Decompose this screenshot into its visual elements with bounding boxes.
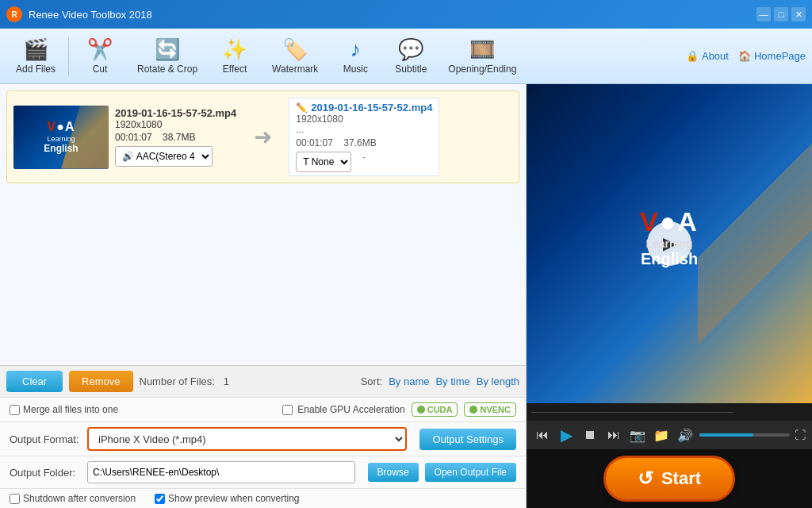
maximize-button[interactable]: □ — [774, 7, 788, 21]
cuda-dot — [417, 406, 425, 414]
output-duration: 00:01:07 — [296, 137, 333, 148]
shutdown-row: Shutdown after conversion Show preview w… — [0, 488, 526, 508]
toolbar-right: 🔒 About 🏠 HomePage — [686, 50, 806, 62]
start-button[interactable]: ↺ Start — [603, 456, 735, 502]
preview-checkbox-label[interactable]: Show preview when converting — [155, 493, 299, 504]
about-label: About — [702, 50, 729, 62]
nvenc-badge[interactable]: NVENC — [464, 402, 516, 417]
next-frame-button[interactable]: ⏭ — [604, 425, 623, 444]
shutdown-checkbox-label[interactable]: Shutdown after conversion — [10, 493, 136, 504]
toolbar-cut[interactable]: ✂️ Cut — [72, 33, 128, 79]
minimize-button[interactable]: — — [756, 7, 771, 21]
about-link[interactable]: 🔒 About — [686, 50, 729, 62]
input-duration: 00:01:07 — [115, 132, 152, 143]
timeline-bar: ──────────────────────────────────── — [527, 403, 812, 421]
start-button-area: ↺ Start — [527, 449, 812, 508]
toolbar-opening-ending-label: Opening/Ending — [448, 64, 516, 75]
sort-by-time[interactable]: By time — [435, 375, 469, 387]
file-output-info: ✏️ 2019-01-16-15-57-52.mp4 1920x1080 ···… — [289, 98, 439, 176]
prev-frame-button[interactable]: ⏮ — [533, 425, 552, 444]
merge-checkbox[interactable] — [10, 405, 20, 415]
file-count-label: Number of Files: 1 — [140, 375, 229, 387]
toolbar-subtitle[interactable]: 💬 Subtitle — [383, 33, 439, 79]
output-format-select[interactable]: iPhone X Video (*.mp4) — [87, 427, 407, 451]
add-files-icon: 🎬 — [23, 37, 48, 62]
toolbar-cut-label: Cut — [93, 64, 108, 75]
sort-by-length[interactable]: By length — [477, 375, 519, 387]
rotate-crop-icon: 🔄 — [155, 37, 180, 62]
clear-button[interactable]: Clear — [6, 371, 63, 392]
toolbar-add-files[interactable]: 🎬 Add Files — [6, 33, 65, 79]
stop-button[interactable]: ⏹ — [580, 425, 599, 444]
audio-track-select[interactable]: 🔊 AAC(Stereo 4 — [115, 146, 213, 167]
fullscreen-button[interactable]: ⛶ — [795, 429, 806, 441]
effect-icon: ✨ — [222, 37, 247, 62]
output-folder-input[interactable] — [87, 461, 355, 483]
toolbar-watermark-label: Watermark — [272, 64, 318, 75]
browse-button[interactable]: Browse — [368, 463, 419, 482]
screenshot-button[interactable]: 📷 — [628, 425, 647, 444]
cuda-badge[interactable]: CUDA — [412, 402, 458, 417]
file-thumbnail: V●A Learning English — [13, 106, 109, 169]
cut-icon: ✂️ — [87, 37, 113, 62]
file-output-controls: T None - — [296, 152, 432, 172]
toolbar-music[interactable]: ♪ Music — [327, 33, 383, 79]
app-logo: R — [6, 6, 22, 22]
window-controls: — □ ✕ — [756, 7, 806, 21]
subtitle-select[interactable]: T None — [296, 152, 351, 172]
timeline-text: ──────────────────────────────────── — [531, 408, 733, 417]
output-dash: - — [362, 152, 366, 172]
video-preview: V●A Learning English ▶ — [527, 84, 812, 403]
output-filename: 2019-01-16-15-57-52.mp4 — [311, 102, 432, 114]
app-title: Renee Video Toolbox 2018 — [29, 9, 756, 21]
subtitle-icon: 💬 — [398, 37, 423, 62]
file-input-info: 2019-01-16-15-57-52.mp4 1920x1080 00:01:… — [115, 107, 236, 167]
volume-slider[interactable] — [699, 433, 790, 437]
gpu-checkbox-label[interactable]: Enable GPU Acceleration — [282, 404, 404, 415]
start-icon: ↺ — [638, 468, 653, 490]
toolbar-subtitle-label: Subtitle — [395, 64, 427, 75]
toolbar-music-label: Music — [343, 64, 368, 75]
close-button[interactable]: ✕ — [791, 7, 806, 21]
shutdown-checkbox[interactable] — [10, 494, 20, 504]
main-content: V●A Learning English 2019-01-16-15-57-52… — [0, 84, 812, 508]
toolbar-watermark[interactable]: 🏷️ Watermark — [262, 33, 327, 79]
play-pause-button[interactable]: ▶ — [557, 425, 576, 444]
preview-checkbox[interactable] — [155, 494, 165, 504]
table-row: V●A Learning English 2019-01-16-15-57-52… — [6, 90, 519, 183]
remove-button[interactable]: Remove — [69, 371, 132, 392]
sort-area: Sort: By name By time By length — [361, 375, 519, 387]
toolbar-separator-1 — [68, 37, 69, 76]
volume-button[interactable]: 🔊 — [676, 425, 695, 444]
input-duration-size: 00:01:07 38.7MB — [115, 132, 236, 143]
toolbar-opening-ending[interactable]: 🎞️ Opening/Ending — [439, 33, 526, 79]
toolbar-rotate-crop-label: Rotate & Crop — [137, 64, 197, 75]
toolbar-effect-label: Effect — [223, 64, 247, 75]
merge-checkbox-label[interactable]: Merge all files into one — [10, 404, 118, 415]
toolbar-add-files-label: Add Files — [16, 64, 56, 75]
sort-by-name[interactable]: By name — [389, 375, 429, 387]
homepage-link[interactable]: 🏠 HomePage — [738, 50, 806, 62]
lock-icon: 🔒 — [686, 50, 699, 62]
titlebar: R Renee Video Toolbox 2018 — □ ✕ — [0, 0, 812, 29]
output-size: 37.6MB — [343, 137, 376, 148]
folder-button[interactable]: 📁 — [652, 425, 671, 444]
output-format-label: Output Format: — [10, 433, 81, 445]
output-settings-button[interactable]: Output Settings — [419, 429, 516, 450]
opening-ending-icon: 🎞️ — [469, 37, 495, 62]
options-row-1: Merge all files into one Enable GPU Acce… — [0, 397, 526, 421]
gpu-checkbox[interactable] — [282, 405, 293, 415]
start-label: Start — [661, 468, 701, 489]
toolbar-effect[interactable]: ✨ Effect — [207, 33, 262, 79]
open-output-button[interactable]: Open Output File — [425, 463, 516, 482]
output-duration-size: 00:01:07 37.6MB — [296, 137, 432, 148]
output-settings-area: Output Settings — [419, 429, 516, 450]
voa-rest: ●A — [660, 206, 699, 237]
volume-fill — [699, 433, 753, 437]
homepage-label: HomePage — [754, 50, 806, 62]
video-stripe — [698, 84, 812, 403]
toolbar-rotate-crop[interactable]: 🔄 Rotate & Crop — [128, 33, 207, 79]
input-resolution: 1920x1080 — [115, 119, 236, 130]
conversion-arrow: ➜ — [243, 124, 282, 150]
file-list-area: V●A Learning English 2019-01-16-15-57-52… — [0, 84, 526, 365]
